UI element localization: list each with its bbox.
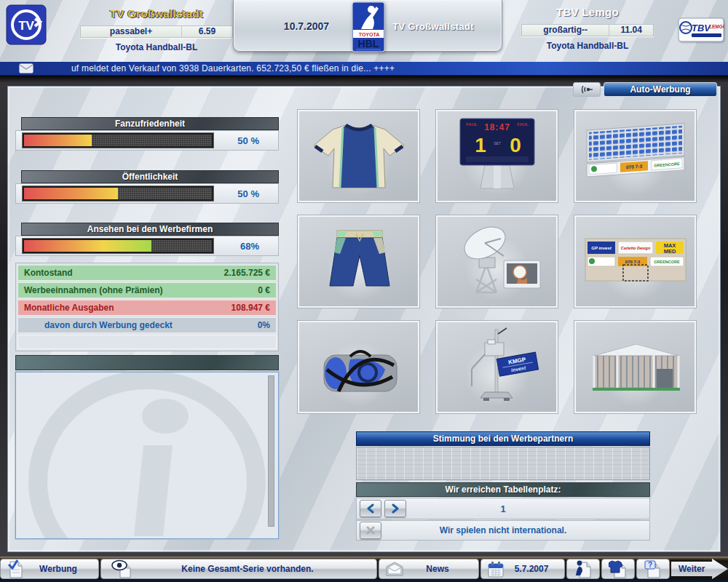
mail-icon [19, 63, 33, 73]
werbung-screen-panel: Fanzufriedenheit 50 % Öffentlichkeit 50 … [7, 86, 721, 552]
product-scoreboard[interactable]: FAUL FAUL 18:47 SET 1 0 [436, 110, 558, 202]
product-ad-mast[interactable]: KMGP invest [436, 321, 558, 413]
progressbar-track [23, 186, 213, 201]
toyota-logo-text: TOYOTA [359, 32, 380, 37]
finance-label: davon durch Werbung gedeckt [24, 320, 173, 330]
stat-bar-ansehen-werbefirmen: 68% [15, 236, 279, 256]
shorts-image [308, 222, 410, 302]
toolbar-serie-status[interactable]: Keine Gesamt-Serie vorhanden. [100, 559, 377, 579]
jersey-image [308, 118, 410, 194]
toolbar-news-button[interactable]: News [379, 559, 479, 579]
match-info-panel: 10.7.2007 TOYOTA HBL TV Großwallstadt [233, 0, 502, 52]
progressbar-fill [24, 188, 118, 199]
satellite-dish-image [443, 220, 552, 303]
ad-greencore-text: GREENCORE [654, 260, 680, 264]
help-document-icon: ? [644, 559, 662, 579]
toolbar-date-label: 5.7.2007 [515, 564, 549, 574]
finance-row-monatliche-ausgaben: Monatliche Ausgaben 108.947 € [17, 300, 277, 316]
ad-mast-image: KMGP invest [443, 325, 552, 409]
bottom-toolbar: Werbung Keine Gesamt-Serie vorhanden. Ne… [0, 557, 728, 582]
svg-text:?: ? [648, 561, 652, 569]
product-shorts[interactable] [298, 215, 419, 308]
away-rating-value: 11.04 [609, 25, 653, 36]
sports-bag-image [308, 327, 410, 407]
toolbar-jersey-doc-button[interactable] [601, 559, 635, 579]
ad-carletto-text: Carletto Design [620, 246, 650, 250]
info-panel [15, 372, 279, 539]
ad-med-text: MED [663, 248, 676, 255]
envelope-icon [385, 562, 404, 576]
progressbar-track [23, 133, 213, 148]
finance-row-kontostand: Kontostand 2.165.725 € [17, 265, 277, 281]
broadcast-icon [580, 84, 593, 95]
product-tv-broadcast[interactable] [436, 215, 558, 308]
info-panel-scrollbar[interactable] [268, 375, 274, 527]
stat-value: 68% [240, 241, 259, 252]
product-sports-bag[interactable] [298, 321, 419, 413]
scoreboard-set-label: SET [494, 141, 501, 146]
away-team-name: TBV Lemgo [521, 6, 654, 18]
partners-header: Stimmung bei den Werbepartnern [356, 431, 650, 446]
toolbar-serie-label: Keine Gesamt-Serie vorhanden. [181, 564, 313, 574]
progressbar-track [23, 239, 213, 253]
jersey-document-icon [609, 559, 628, 579]
document-check-icon [7, 559, 24, 579]
match-header: TV TV Großwallstadt passabel+ 6.59 Toyot… [0, 0, 728, 62]
calendar-icon [487, 561, 505, 578]
toolbar-player-doc-button[interactable] [566, 559, 600, 579]
ticker-text: uf meldet den Verkauf von 3938 Dauerkart… [71, 63, 395, 73]
progressbar-fill [24, 135, 92, 146]
finance-value: 108.947 € [232, 303, 270, 313]
info-watermark-icon [15, 372, 279, 539]
tv-grosswallstadt-logo-icon: TV [6, 4, 47, 45]
stat-value: 50 % [237, 135, 259, 146]
lemgo-logo-text: LEMGO [709, 24, 724, 29]
product-arena-building[interactable] [574, 321, 696, 413]
product-grandstand-banners[interactable]: 070 7-3 GREENCORE [574, 110, 696, 202]
tabellenplatz-header: Wir erreichen Tabellenplatz: [356, 482, 650, 497]
stat-bar-oeffentlichkeit: 50 % [15, 183, 279, 204]
toolbar-werbung-button[interactable]: Werbung [0, 559, 99, 579]
tbv-lemgo-logo-icon: TBV LEMGO [678, 17, 724, 42]
hbl-logo-text: HBL [358, 38, 379, 49]
venue-team-name: TV Großwallstadt [375, 21, 491, 32]
toolbar-weiter-label: Weiter [678, 564, 705, 574]
ad-0707-text: 070 7-3 [625, 260, 640, 264]
billboards-image: GP invest Carletto Design MAX MED 070 7-… [581, 220, 690, 303]
partners-mood-list [356, 447, 650, 480]
home-team-name: TV Großwallstadt [80, 7, 233, 20]
finance-row-werbeeinnahmen: Werbeeinnahmen (ohne Prämien) 0 € [17, 282, 277, 298]
finance-row-empty [17, 335, 277, 349]
auto-werbung-button[interactable]: Auto-Werbung [604, 82, 717, 97]
home-rating-bar: passabel+ 6.59 [80, 25, 233, 38]
scoreboard-away-score: 0 [510, 134, 521, 156]
scoreboard-home-score: 1 [475, 134, 486, 156]
news-ticker: uf meldet den Verkauf von 3938 Dauerkart… [0, 62, 728, 76]
tabellenplatz-value: 1 [357, 503, 649, 514]
finance-value: 0% [258, 320, 270, 330]
finance-row-werbung-gedeckt: davon durch Werbung gedeckt 0% [17, 317, 277, 333]
svg-text:TV: TV [18, 19, 34, 33]
stat-header-fanzufriedenheit: Fanzufriedenheit [21, 117, 279, 130]
toolbar-news-label: News [426, 564, 448, 574]
stat-header-ansehen-werbefirmen: Ansehen bei den Werbefirmen [21, 223, 279, 236]
international-status-text: Wir spielen nicht international. [357, 525, 649, 535]
product-jersey[interactable] [298, 110, 419, 202]
grandstand-image: 070 7-3 GREENCORE [581, 114, 690, 198]
toolbar-date-button[interactable]: 5.7.2007 [480, 559, 565, 579]
toolbar-help-button[interactable]: ? [636, 559, 670, 579]
scoreboard-faul-left: FAUL [466, 122, 478, 127]
finance-value: 2.165.725 € [224, 268, 270, 278]
stat-bar-fanzufriedenheit: 50 % [15, 130, 279, 151]
stat-value: 50 % [237, 188, 259, 199]
away-league: Toyota Handball-BL [521, 41, 654, 51]
scoreboard-time: 18:47 [484, 122, 510, 132]
scoreboard-image: FAUL FAUL 18:47 SET 1 0 [443, 114, 552, 198]
eye-document-icon [111, 559, 133, 579]
info-panel-header [15, 355, 279, 370]
tabellenplatz-row: 1 [356, 498, 650, 519]
auto-werbung-icon-box[interactable] [573, 82, 601, 97]
toolbar-werbung-label: Werbung [39, 564, 77, 574]
toolbar-weiter-button[interactable]: Weiter [671, 559, 728, 579]
product-billboards[interactable]: GP invest Carletto Design MAX MED 070 7-… [574, 215, 696, 308]
